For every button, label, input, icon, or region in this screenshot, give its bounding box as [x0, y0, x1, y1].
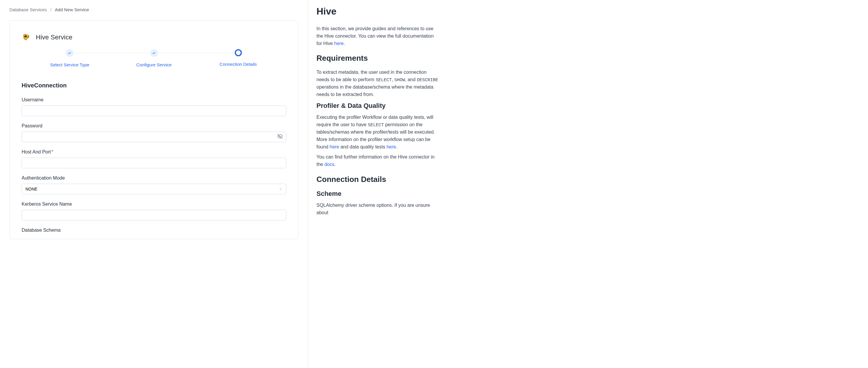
- doc-intro: In this section, we provide guides and r…: [316, 25, 439, 47]
- step-connector-1: [69, 53, 154, 53]
- further-info-text: You can find further information on the …: [316, 153, 439, 168]
- breadcrumb-separator: /: [50, 7, 52, 12]
- password-label: Password: [22, 123, 286, 129]
- code-select-2: SELECT: [368, 123, 384, 128]
- password-group: Password: [22, 123, 286, 142]
- docs-link[interactable]: docs: [324, 162, 335, 167]
- main-content: Database Services / Add New Service Hive…: [0, 0, 308, 368]
- step-connection-details[interactable]: Connection Details: [196, 49, 280, 67]
- username-label: Username: [22, 97, 286, 103]
- eye-slash-icon[interactable]: [277, 134, 283, 140]
- check-icon: [150, 49, 158, 57]
- doc-title: Hive: [316, 6, 439, 17]
- step-label: Connection Details: [220, 62, 257, 67]
- requirements-heading: Requirements: [316, 54, 439, 63]
- kerberos-input[interactable]: [22, 210, 286, 221]
- step-configure-service[interactable]: Configure Service: [112, 49, 196, 67]
- breadcrumb-current: Add New Service: [55, 7, 89, 12]
- breadcrumb: Database Services / Add New Service: [9, 7, 299, 12]
- code-describe: DESCRIBE: [417, 78, 438, 83]
- step-label: Select Service Type: [50, 62, 89, 67]
- scheme-text: SQLAlchemy driver scheme options. If you…: [316, 202, 439, 217]
- breadcrumb-parent[interactable]: Database Services: [9, 7, 47, 12]
- step-connector-2: [154, 53, 238, 53]
- username-input[interactable]: [22, 106, 286, 116]
- password-input[interactable]: [22, 132, 286, 142]
- dq-here-link[interactable]: here: [386, 144, 396, 149]
- profiler-heading: Profiler & Data Quality: [316, 102, 439, 110]
- kerberos-label: Kerberos Service Name: [22, 201, 286, 207]
- step-select-service-type[interactable]: Select Service Type: [28, 49, 112, 67]
- hive-icon: [22, 33, 31, 42]
- svg-point-0: [24, 36, 26, 38]
- stepper: Select Service Type Configure Service Co…: [28, 49, 280, 67]
- check-icon: [66, 49, 73, 57]
- service-header: Hive Service: [22, 33, 286, 42]
- service-title: Hive Service: [36, 33, 72, 41]
- profiler-text: Executing the profiler Workflow or data …: [316, 114, 439, 150]
- auth-mode-group: Authentication Mode NONE: [22, 175, 286, 194]
- form-section-title: HiveConnection: [22, 82, 286, 89]
- code-select: SELECT: [376, 78, 392, 83]
- doc-sidebar: Hive In this section, we provide guides …: [308, 0, 447, 368]
- requirements-text: To extract metadata, the user used in th…: [316, 69, 439, 98]
- host-port-label: Host And Port*: [22, 149, 286, 155]
- username-group: Username: [22, 97, 286, 116]
- profiler-here-link[interactable]: here: [330, 144, 339, 149]
- doc-here-link[interactable]: here: [334, 41, 344, 46]
- current-step-icon: [235, 49, 242, 56]
- db-schema-label: Database Schema: [22, 228, 286, 233]
- code-show: SHOW: [394, 78, 405, 83]
- scheme-heading: Scheme: [316, 190, 439, 198]
- host-port-input[interactable]: [22, 158, 286, 168]
- connection-details-heading: Connection Details: [316, 175, 439, 184]
- service-card: Hive Service Select Service Type Configu…: [9, 21, 299, 239]
- auth-mode-select[interactable]: NONE: [22, 184, 286, 194]
- auth-mode-label: Authentication Mode: [22, 175, 286, 181]
- step-label: Configure Service: [136, 62, 172, 67]
- kerberos-group: Kerberos Service Name: [22, 201, 286, 221]
- host-port-group: Host And Port*: [22, 149, 286, 168]
- required-mark: *: [52, 149, 53, 154]
